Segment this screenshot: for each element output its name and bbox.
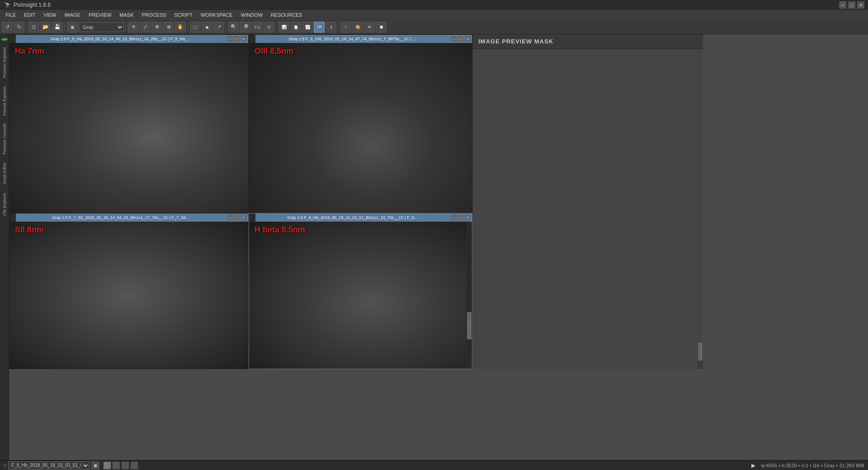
file-view-toggle[interactable]: ▣	[91, 461, 99, 470]
crosshair-button[interactable]: ✛	[128, 22, 139, 33]
image-label-ha: Ha 7nm	[15, 47, 44, 56]
sidebar-tab-file-explorer[interactable]: File Explorer	[1, 189, 8, 219]
maximize-button[interactable]: □	[848, 1, 855, 9]
menu-workspace[interactable]: WORKSPACE	[197, 11, 236, 19]
window-minimize-hbeta[interactable]: ─	[451, 215, 457, 220]
window-minimize-oiii[interactable]: ─	[451, 36, 457, 42]
view-buttons	[103, 461, 138, 470]
zoom-out-btn[interactable]: 🔍	[228, 22, 239, 33]
file-select[interactable]: F_8_Hb_2019_05_18_15_03_51_Bin1	[8, 461, 90, 470]
window-body-sii: F_7_SII_2019_05_18_14_54_03_Bin1x1_17_75…	[9, 222, 248, 369]
menu-preview[interactable]: PREVIEW	[85, 11, 115, 19]
sidebar-tab-process-console[interactable]: Process Console	[1, 120, 8, 158]
window-controls-hbeta: ─ + ✕	[451, 215, 470, 220]
undo-button[interactable]: ↺	[2, 22, 13, 33]
image-canvas-sii[interactable]: SII 8nm	[9, 222, 248, 369]
panel-scrollbar[interactable]	[698, 342, 703, 369]
minimize-button[interactable]: ─	[839, 1, 846, 9]
image-canvas-hbeta[interactable]: H beta 8.5nm	[249, 222, 472, 369]
window-body-hbeta: F_8_Hb_2019_05_18_15_03_51_Bin1x1_10_75s…	[249, 222, 472, 369]
app-icon: 🔭	[4, 2, 11, 9]
titlebar: 🔭 PixInsight 1.8.6 ─ □ ✕	[0, 0, 868, 10]
square-select[interactable]: □	[190, 22, 201, 33]
window-close-ha[interactable]: ✕	[241, 36, 246, 42]
new-button[interactable]: 🗋	[28, 22, 39, 33]
histogram-btn[interactable]: 📊	[278, 22, 289, 33]
color-mode-select[interactable]: Gray RGB/K	[79, 22, 124, 32]
navigator-btn[interactable]: 🗺	[314, 22, 325, 33]
window-controls-sii: ─ + ✕	[227, 215, 246, 220]
separator-5	[226, 23, 226, 32]
view-btn-1[interactable]	[103, 461, 111, 470]
image-canvas-ha[interactable]: Ha 7nm	[9, 43, 248, 214]
window-titlebar-ha[interactable]: □ Gray 1:8 F_5_Ha_2019_05_18_14_40_10_Bi…	[9, 35, 248, 43]
zoom-in-btn2[interactable]: 🔎	[240, 22, 251, 33]
window-minimize-sii[interactable]: ─	[227, 215, 233, 220]
window-close-hbeta[interactable]: ✕	[465, 215, 470, 220]
zoom-button[interactable]: ⊕	[163, 22, 174, 33]
mode-check[interactable]: ▣	[67, 22, 78, 33]
window-maximize-sii[interactable]: +	[234, 215, 240, 220]
menu-resources[interactable]: RESOURCES	[267, 11, 306, 19]
save-button[interactable]: 💾	[52, 22, 63, 33]
image-window-sii: □ Gray 1:9 F_7_SII_2019_05_18_14_54_03_B…	[9, 213, 249, 369]
view-btn-4[interactable]	[130, 461, 138, 470]
sidebar-tab-process-explorer[interactable]: Process Explorer	[1, 43, 8, 82]
zoom-fit[interactable]: ⊡	[264, 22, 274, 33]
menu-view[interactable]: VIEW	[40, 11, 60, 19]
menu-edit[interactable]: EDIT	[20, 11, 39, 19]
select-button[interactable]: ⤢	[140, 22, 151, 33]
statusbar-info: w:4656 • h:3520 • n:1 • i16 • Gray • 31.…	[761, 463, 864, 468]
image-canvas-oiii[interactable]: OIII 8,5nm	[249, 43, 472, 214]
view-btn-3[interactable]	[121, 461, 129, 470]
toolbar: ↺ ↻ 🗋 📂 💾 ▣ Gray RGB/K ✛ ⤢ ✥ ⊕ ✋ □ ■ ↗ 🔍…	[0, 20, 868, 34]
redo-button[interactable]: ↻	[14, 22, 24, 33]
vscrollbar-hbeta[interactable]	[467, 222, 472, 369]
fill-button[interactable]: ■	[202, 22, 212, 33]
close-button[interactable]: ✕	[857, 1, 864, 9]
menubar: FILE EDIT VIEW IMAGE PREVIEW MASK PROCES…	[0, 10, 868, 20]
sidebar-tab-format-explorer[interactable]: Format Explorer	[1, 83, 8, 119]
window-maximize-hbeta[interactable]: +	[458, 215, 463, 220]
menu-mask[interactable]: MASK	[116, 11, 137, 19]
window-maximize-oiii[interactable]: +	[458, 36, 463, 42]
mask-btn[interactable]: 🔲	[376, 22, 387, 33]
arrow-button[interactable]: ↗	[213, 22, 224, 33]
play-button[interactable]: ▶	[750, 461, 758, 470]
workspace: □ Gray 1:8 F_5_Ha_2019_05_18_14_40_10_Bi…	[9, 34, 868, 460]
statistics-btn[interactable]: 📋	[290, 22, 301, 33]
preview-btn[interactable]: 👁	[364, 22, 375, 33]
window-titlebar-sii[interactable]: □ Gray 1:9 F_7_SII_2019_05_18_14_54_03_B…	[9, 214, 248, 222]
sidebar-tab-script-editor[interactable]: Script Editor	[1, 159, 8, 188]
menu-process[interactable]: PROCESS	[138, 11, 170, 19]
window-title-ha: Gray 1:8 F_5_Ha_2019_05_18_14_40_10_Bin1…	[51, 37, 191, 41]
info-btn[interactable]: ℹ	[326, 22, 336, 33]
separator-4	[188, 23, 188, 32]
window-maximize-ha[interactable]: +	[234, 36, 240, 42]
menu-image[interactable]: IMAGE	[61, 11, 84, 19]
menu-file[interactable]: FILE	[2, 11, 19, 19]
titlebar-controls: ─ □ ✕	[839, 1, 864, 9]
move-button[interactable]: ✥	[151, 22, 162, 33]
open-button[interactable]: 📂	[40, 22, 51, 33]
window-titlebar-hbeta[interactable]: □ Gray 1:9 F_8_Hb_2019_05_18_15_03_51_Bi…	[249, 214, 472, 222]
separator-6	[276, 23, 277, 32]
stretch-btn[interactable]: ≈	[340, 22, 351, 33]
window-close-oiii[interactable]: ✕	[465, 36, 470, 42]
view-btn-2[interactable]	[112, 461, 120, 470]
window-close-sii[interactable]: ✕	[241, 215, 246, 220]
profile-btn[interactable]: 📈	[302, 22, 313, 33]
menu-script[interactable]: SCRIPT	[171, 11, 196, 19]
ipm-title: IMAGE PREVIEW MASK	[478, 38, 553, 45]
window-body-ha: F_5_Ha_2019_05_18_14_40_10_Bin1x1_14_25s…	[9, 43, 248, 214]
astro-image-hbeta	[249, 222, 472, 369]
pan-button[interactable]: ✋	[175, 22, 186, 33]
zoom-100[interactable]: 1:1	[252, 22, 263, 33]
window-minimize-ha[interactable]: ─	[227, 36, 233, 42]
color-btn[interactable]: 🎨	[352, 22, 363, 33]
ipm-header: IMAGE PREVIEW MASK	[473, 34, 703, 49]
window-controls-ha: ─ + ✕	[227, 36, 246, 42]
menu-window[interactable]: WINDOW	[237, 11, 266, 19]
window-titlebar-oiii[interactable]: □ Gray 1:8 F_6_OIII_2019_05_18_14_47_24_…	[249, 35, 472, 43]
astro-image-oiii	[249, 43, 472, 214]
